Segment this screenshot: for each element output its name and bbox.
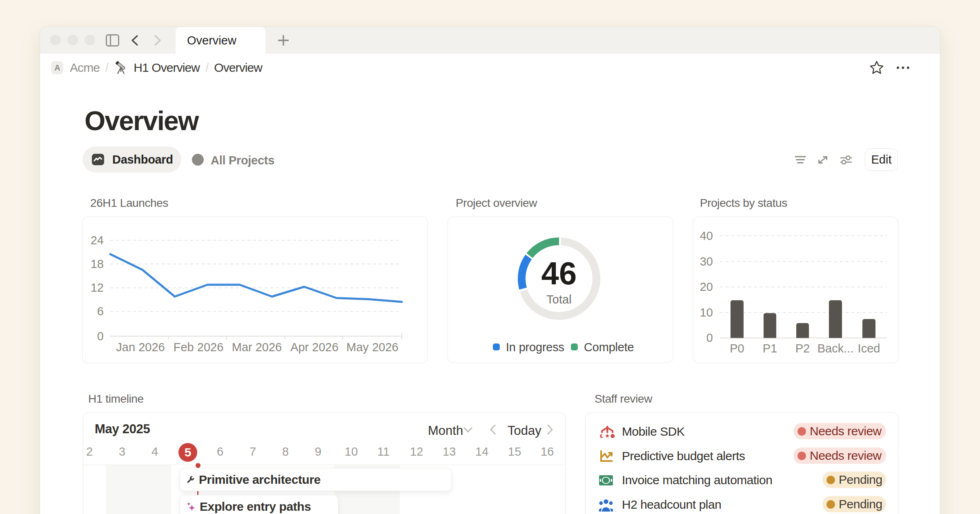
svg-text:18: 18 (91, 257, 104, 270)
svg-text:Iced: Iced (858, 342, 880, 355)
svg-text:30: 30 (700, 255, 713, 268)
svg-text:0: 0 (706, 331, 713, 344)
svg-text:10: 10 (700, 306, 713, 319)
svg-text:P0: P0 (730, 342, 744, 355)
svg-text:May 2026: May 2026 (346, 341, 398, 354)
svg-text:Back...: Back... (817, 342, 854, 355)
svg-text:Apr 2026: Apr 2026 (290, 341, 339, 354)
svg-text:20: 20 (700, 280, 713, 293)
svg-text:P1: P1 (763, 342, 777, 355)
svg-text:40: 40 (700, 229, 713, 242)
svg-text:Total: Total (546, 293, 571, 306)
svg-text:In progress: In progress (506, 341, 564, 354)
svg-text:Complete: Complete (584, 341, 634, 354)
svg-text:6: 6 (97, 305, 104, 318)
svg-text:P2: P2 (795, 342, 810, 355)
svg-text:Jan 2026: Jan 2026 (116, 341, 165, 354)
svg-text:0: 0 (97, 330, 104, 343)
svg-text:12: 12 (91, 281, 104, 294)
svg-text:24: 24 (91, 234, 104, 247)
svg-text:Feb 2026: Feb 2026 (174, 341, 224, 354)
svg-text:Mar 2026: Mar 2026 (232, 341, 282, 354)
svg-text:46: 46 (541, 255, 577, 291)
